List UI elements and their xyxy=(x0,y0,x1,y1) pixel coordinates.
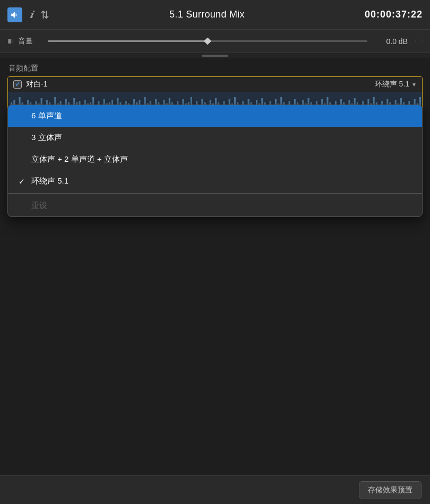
dropdown-item-surround51[interactable]: ✓ 环绕声 5.1 xyxy=(8,170,422,192)
bottom-bar: 存储效果预置 xyxy=(0,475,430,504)
save-preset-button[interactable]: 存储效果预置 xyxy=(359,481,422,499)
drag-handle-bar xyxy=(202,55,228,57)
dropdown-label-stereo-mono-stereo: 立体声 + 2 单声道 + 立体声 xyxy=(31,154,128,164)
track-format-chevron-1: ▼ xyxy=(411,82,417,88)
volume-label: 音量 xyxy=(18,37,33,46)
dropdown-label-surround51: 环绕声 5.1 xyxy=(31,176,68,186)
header-title: 5.1 Surround Mix xyxy=(169,9,245,20)
track-name-1: 对白-1 xyxy=(26,80,47,89)
dropdown-check-surround51: ✓ xyxy=(18,177,26,186)
format-dropdown[interactable]: 6 单声道 3 立体声 立体声 + 2 单声道 + 立体声 ✓ 环绕声 5.1 … xyxy=(7,105,423,217)
dropdown-item-stereo-mono-stereo[interactable]: 立体声 + 2 单声道 + 立体声 xyxy=(8,149,422,170)
volume-slider[interactable] xyxy=(48,40,367,42)
dropdown-label-mono6: 6 单声道 xyxy=(31,111,62,121)
track-format-1[interactable]: 环绕声 5.1 ▼ xyxy=(375,80,417,89)
dropdown-label-stereo3: 3 立体声 xyxy=(31,133,62,143)
header-bar: 𝑖 ⇅ 5.1 Surround Mix 00:00:37:22 xyxy=(0,0,430,30)
header-time: 00:00:37:22 xyxy=(365,9,423,20)
volume-bar: 音量 0.0 dB xyxy=(0,30,430,53)
volume-icon-area: 音量 xyxy=(7,37,39,46)
header-icons: 𝑖 ⇅ xyxy=(7,7,49,22)
audio-config-label: 音频配置 xyxy=(0,58,430,76)
volume-value: 0.0 dB xyxy=(376,37,408,46)
track-checkbox-1[interactable] xyxy=(13,80,22,89)
dropdown-divider xyxy=(8,193,422,194)
track-header-1: 对白-1 环绕声 5.1 ▼ xyxy=(8,77,422,92)
dropdown-item-mono6[interactable]: 6 单声道 xyxy=(8,105,422,127)
svg-rect-0 xyxy=(8,39,11,44)
drag-handle[interactable] xyxy=(0,53,430,58)
dropdown-item-stereo3[interactable]: 3 立体声 xyxy=(8,127,422,149)
info-icon[interactable]: 𝑖 xyxy=(30,8,33,21)
track-format-label-1: 环绕声 5.1 xyxy=(375,80,409,89)
swap-icon[interactable]: ⇅ xyxy=(40,8,49,21)
speaker-icon[interactable] xyxy=(7,7,22,22)
time-bold: 37:22 xyxy=(395,9,423,20)
dropdown-reset-label: 重设 xyxy=(31,201,47,211)
dropdown-reset[interactable]: 重设 xyxy=(8,195,422,216)
track-header-left-1: 对白-1 xyxy=(13,80,47,89)
volume-diamond-icon[interactable] xyxy=(415,38,423,45)
time-prefix: 00:00: xyxy=(365,9,395,20)
